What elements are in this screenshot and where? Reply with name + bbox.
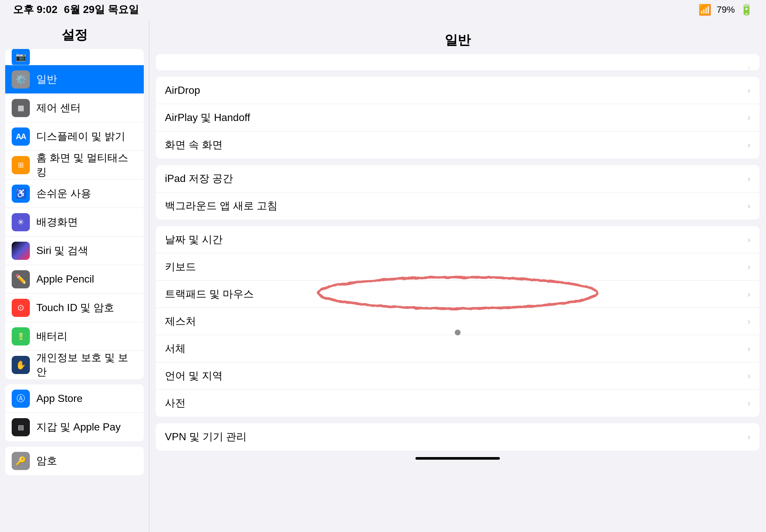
sidebar-item-pencil[interactable]: ✏️ Apple Pencil: [5, 265, 144, 294]
pencil-icon: ✏️: [12, 270, 30, 288]
content-item-keyboard[interactable]: 키보드 ›: [156, 253, 760, 281]
keyboard-chevron: ›: [748, 262, 750, 272]
dictionary-label: 사전: [165, 396, 186, 410]
sidebar-item-home[interactable]: ⊞ 홈 화면 및 멀티태스킹: [5, 151, 144, 179]
gestures-label: 제스처: [165, 314, 196, 329]
gestures-chevron: ›: [748, 316, 750, 327]
home-icon: ⊞: [12, 156, 30, 174]
background-chevron: ›: [748, 201, 750, 211]
pip-label: 화면 속 화면: [165, 138, 223, 152]
siri-icon: [12, 242, 30, 260]
sidebar-item-label-control: 제어 센터: [36, 101, 81, 115]
wallet-icon: ▤: [12, 418, 30, 436]
wallpaper-icon: ✳: [12, 213, 30, 231]
datetime-label: 날짜 및 시간: [165, 233, 223, 247]
content-item-fonts[interactable]: 서체 ›: [156, 335, 760, 362]
sidebar-item-label-home: 홈 화면 및 멀티태스킹: [36, 151, 137, 179]
airplay-chevron: ›: [748, 113, 750, 123]
main-container: 설정 📷 ⚙️ 일반 ▦ 제어 센터 AA 디스플레이 및 밝기 ⊞ 홈 화면 …: [0, 19, 766, 532]
datetime-chevron: ›: [748, 235, 750, 245]
sidebar-item-label-wallet: 지갑 및 Apple Pay: [36, 420, 121, 434]
privacy-icon: ✋: [12, 356, 30, 374]
battery-icon: 🔋: [740, 4, 753, 16]
sidebar-title: 설정: [0, 19, 149, 49]
sidebar-item-display[interactable]: AA 디스플레이 및 밝기: [5, 122, 144, 151]
sidebar-group-1: ⚙️ 일반 ▦ 제어 센터 AA 디스플레이 및 밝기 ⊞ 홈 화면 및 멀티태…: [5, 65, 144, 379]
sidebar-group-2: Ⓐ App Store ▤ 지갑 및 Apple Pay: [5, 384, 144, 441]
content-item-datetime[interactable]: 날짜 및 시간 ›: [156, 226, 760, 253]
dictionary-chevron: ›: [748, 398, 750, 408]
content-item-airdrop[interactable]: AirDrop ›: [156, 77, 760, 104]
content-item-dictionary[interactable]: 사전 ›: [156, 390, 760, 417]
language-label: 언어 및 지역: [165, 369, 223, 383]
wifi-icon: 📶: [699, 4, 711, 16]
sidebar-item-siri[interactable]: Siri 및 검색: [5, 236, 144, 265]
chevron-icon: ›: [748, 63, 750, 70]
content-group-1: AirDrop › AirPlay 및 Handoff › 화면 속 화면 ›: [156, 77, 760, 159]
sidebar-item-appstore[interactable]: Ⓐ App Store: [5, 384, 144, 413]
passwords-icon: 🔑: [12, 452, 30, 470]
partial-icon: 📷: [12, 49, 30, 65]
trackpad-label: 트랙패드 및 마우스: [165, 287, 254, 301]
control-center-icon: ▦: [12, 99, 30, 117]
language-chevron: ›: [748, 371, 750, 381]
pip-chevron: ›: [748, 140, 750, 150]
battery-icon-item: 🔋: [12, 327, 30, 345]
content-item-pip[interactable]: 화면 속 화면 ›: [156, 131, 760, 159]
accessibility-icon: ♿: [12, 185, 30, 203]
sidebar: 설정 📷 ⚙️ 일반 ▦ 제어 센터 AA 디스플레이 및 밝기 ⊞ 홈 화면 …: [0, 19, 149, 532]
airplay-label: AirPlay 및 Handoff: [165, 111, 250, 125]
content-item-trackpad[interactable]: 트랙패드 및 마우스 ›: [156, 281, 760, 308]
appstore-icon: Ⓐ: [12, 390, 30, 408]
storage-chevron: ›: [748, 174, 750, 184]
sidebar-item-label-appstore: App Store: [36, 393, 82, 405]
content-panel: 일반 › AirDrop › AirPlay 및 Handoff › 화면 속 …: [149, 19, 766, 532]
status-right: 📶 79% 🔋: [699, 4, 753, 16]
trackpad-chevron: ›: [748, 289, 750, 299]
status-date: 6월 29일 목요일: [64, 3, 139, 17]
sidebar-item-wallet[interactable]: ▤ 지갑 및 Apple Pay: [5, 413, 144, 441]
content-item-partial[interactable]: ›: [156, 54, 760, 70]
sidebar-item-label-wallpaper: 배경화면: [36, 215, 78, 229]
sidebar-item-label-passwords: 암호: [36, 454, 57, 468]
content-group-2: iPad 저장 공간 › 백그라운드 앱 새로 고침 ›: [156, 165, 760, 220]
content-group-partial: ›: [156, 54, 760, 70]
display-icon: AA: [12, 127, 30, 146]
touchid-icon: ⊙: [12, 299, 30, 317]
vpn-label: VPN 및 기기 관리: [165, 430, 247, 444]
status-bar: 오후 9:02 6월 29일 목요일 📶 79% 🔋: [0, 0, 766, 19]
sidebar-item-general[interactable]: ⚙️ 일반: [5, 65, 144, 94]
content-item-language[interactable]: 언어 및 지역 ›: [156, 362, 760, 390]
airdrop-label: AirDrop: [165, 84, 200, 96]
background-label: 백그라운드 앱 새로 고침: [165, 199, 277, 213]
fonts-chevron: ›: [748, 344, 750, 354]
content-title: 일반: [156, 25, 760, 54]
content-item-storage[interactable]: iPad 저장 공간 ›: [156, 165, 760, 192]
sidebar-item-label-pencil: Apple Pencil: [36, 273, 94, 285]
battery-text: 79%: [717, 5, 735, 15]
sidebar-group-3: 🔑 암호: [5, 447, 144, 475]
sidebar-item-passwords[interactable]: 🔑 암호: [5, 447, 144, 475]
content-group-3: 날짜 및 시간 › 키보드 › 트랙패드 및 마우스 ›: [156, 226, 760, 417]
sidebar-item-label-battery: 배터리: [36, 329, 67, 344]
storage-label: iPad 저장 공간: [165, 172, 233, 186]
sidebar-item-wallpaper[interactable]: ✳ 배경화면: [5, 208, 144, 236]
svg-point-0: [318, 277, 597, 308]
sidebar-item-battery[interactable]: 🔋 배터리: [5, 322, 144, 351]
sidebar-partial-top: 📷: [5, 49, 144, 65]
sidebar-item-label-general: 일반: [36, 72, 57, 87]
content-item-background[interactable]: 백그라운드 앱 새로 고침 ›: [156, 192, 760, 220]
sidebar-item-label-display: 디스플레이 및 밝기: [36, 129, 125, 144]
content-item-gestures[interactable]: 제스처 ›: [156, 308, 760, 335]
scroll-indicator: [416, 457, 500, 460]
sidebar-item-privacy[interactable]: ✋ 개인정보 보호 및 보안: [5, 351, 144, 379]
content-item-airplay[interactable]: AirPlay 및 Handoff ›: [156, 104, 760, 131]
airdrop-chevron: ›: [748, 85, 750, 96]
sidebar-item-label-siri: Siri 및 검색: [36, 244, 88, 258]
sidebar-item-control-center[interactable]: ▦ 제어 센터: [5, 94, 144, 122]
sidebar-item-touchid[interactable]: ⊙ Touch ID 및 암호: [5, 294, 144, 322]
content-item-vpn[interactable]: VPN 및 기기 관리 ›: [156, 423, 760, 451]
vpn-chevron: ›: [748, 432, 750, 442]
content-group-4: VPN 및 기기 관리 ›: [156, 423, 760, 451]
sidebar-item-accessibility[interactable]: ♿ 손쉬운 사용: [5, 179, 144, 208]
